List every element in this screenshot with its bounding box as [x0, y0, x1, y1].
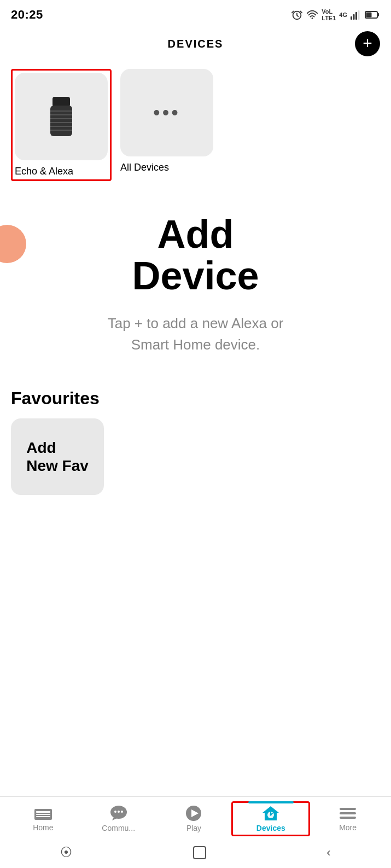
more-icon — [339, 806, 357, 821]
chat-icon — [109, 805, 128, 822]
network-indicator: VoLLTE1 — [322, 8, 336, 21]
favourites-title: Favourites — [11, 388, 380, 409]
status-icons: VoLLTE1 4G — [291, 8, 380, 21]
svg-point-29 — [270, 814, 272, 816]
add-new-fav-label: AddNew Fav — [26, 439, 89, 475]
all-devices-card: ••• — [120, 69, 213, 156]
favourites-section: Favourites AddNew Fav — [0, 372, 391, 504]
svg-rect-20 — [36, 816, 50, 817]
category-grid: Echo & Alexa ••• All Devices — [0, 60, 391, 192]
svg-rect-9 — [52, 97, 70, 107]
echo-alexa-card — [15, 73, 108, 160]
nav-item-community[interactable]: Commu... — [81, 801, 156, 837]
nav-play-label: Play — [186, 824, 201, 832]
plus-icon: + — [363, 35, 372, 51]
svg-rect-4 — [355, 12, 357, 20]
svg-rect-5 — [358, 10, 360, 20]
add-device-title: AddDevice — [132, 214, 259, 296]
nav-more-label: More — [339, 823, 357, 832]
favourites-grid: AddNew Fav — [11, 418, 380, 495]
decorative-circle — [0, 225, 26, 263]
svg-rect-32 — [340, 817, 356, 819]
system-nav: ⦿ ‹ — [0, 841, 391, 868]
category-all-devices[interactable]: ••• All Devices — [120, 69, 213, 181]
nav-devices-label: Devices — [256, 824, 285, 832]
play-icon — [185, 805, 202, 822]
page-title: DEVICES — [168, 38, 224, 50]
nav-home-label: Home — [33, 823, 53, 832]
all-devices-label: All Devices — [120, 162, 169, 173]
svg-rect-2 — [351, 16, 352, 20]
devices-icon — [261, 805, 280, 822]
category-echo-alexa[interactable]: Echo & Alexa — [11, 69, 112, 181]
svg-rect-8 — [377, 13, 379, 16]
nav-item-devices[interactable]: Devices — [231, 801, 310, 836]
svg-rect-30 — [340, 808, 356, 810]
bottom-nav: Home Commu... Play — [0, 796, 391, 868]
svg-rect-19 — [36, 814, 50, 815]
status-time: 20:25 — [11, 8, 43, 22]
alarm-icon — [291, 9, 303, 21]
add-new-fav-card[interactable]: AddNew Fav — [11, 418, 104, 495]
add-device-section: AddDevice Tap + to add a new Alexa or Sm… — [0, 192, 391, 372]
svg-point-24 — [121, 811, 123, 813]
home-system-icon[interactable] — [193, 846, 206, 859]
echo-alexa-label: Echo & Alexa — [15, 166, 73, 177]
svg-point-1 — [312, 18, 313, 19]
nav-item-more[interactable]: More — [310, 801, 386, 836]
back-icon[interactable]: ‹ — [326, 846, 330, 860]
home-icon — [34, 806, 52, 821]
add-device-subtitle: Tap + to add a new Alexa or Smart Home d… — [103, 313, 289, 356]
svg-rect-3 — [353, 14, 355, 20]
svg-rect-31 — [340, 812, 356, 814]
nav-item-play[interactable]: Play — [156, 801, 232, 837]
svg-point-22 — [114, 811, 116, 813]
svg-rect-7 — [366, 13, 372, 18]
wifi-icon — [306, 9, 318, 21]
svg-rect-18 — [36, 811, 50, 813]
echo-device-icon — [47, 97, 75, 136]
recent-apps-icon[interactable]: ⦿ — [60, 846, 72, 860]
page-header: DEVICES + — [0, 27, 391, 60]
nav-community-label: Commu... — [102, 824, 135, 832]
dots-icon: ••• — [153, 103, 180, 123]
add-device-button[interactable]: + — [355, 31, 380, 56]
nav-item-home[interactable]: Home — [5, 801, 81, 836]
svg-point-23 — [118, 811, 120, 813]
status-bar: 20:25 VoLLTE1 4G — [0, 0, 391, 27]
nav-items: Home Commu... Play — [0, 797, 391, 841]
signal-icon — [351, 10, 361, 20]
battery-icon — [365, 10, 380, 20]
svg-rect-10 — [50, 106, 72, 136]
4g-indicator: 4G — [339, 11, 347, 18]
